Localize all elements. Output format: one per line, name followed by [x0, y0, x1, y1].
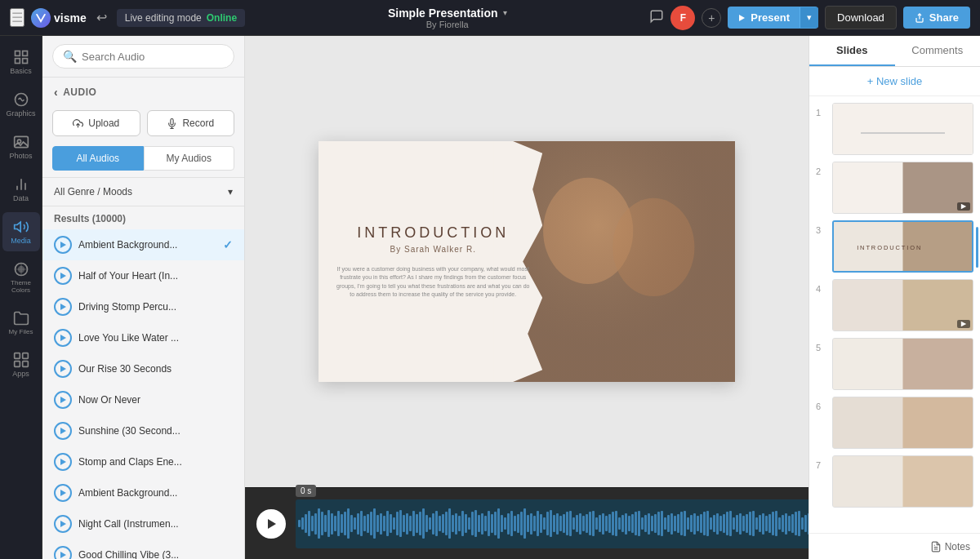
notes-button[interactable]: Notes — [930, 541, 970, 552]
svg-text:INTRODUCTION: INTRODUCTION — [857, 244, 922, 251]
search-input[interactable] — [82, 51, 224, 63]
tab-all-audios[interactable]: All Audios — [52, 146, 144, 171]
avatar-button[interactable]: F — [670, 6, 695, 30]
sidebar-item-media[interactable]: Media — [2, 212, 40, 251]
slide-thumbnail[interactable]: 4 — [816, 279, 973, 331]
share-button[interactable]: Share — [903, 7, 970, 29]
online-status: Online — [207, 12, 237, 24]
play-button[interactable] — [256, 509, 286, 539]
thumb-image — [832, 103, 973, 155]
audio-list-item[interactable]: Now Or Never — [42, 384, 244, 415]
audio-list-item[interactable]: Half of Your Heart (In... — [42, 260, 244, 291]
btn-row: Upload Record — [42, 104, 244, 143]
undo-button[interactable]: ↩ — [93, 7, 110, 29]
sidebar-item-my-files[interactable]: My Files — [2, 304, 40, 342]
audio-item-name: Stomp and Claps Ene... — [78, 456, 233, 468]
slide-body-text: If you were a customer doing business wi… — [318, 265, 548, 299]
waveform-bar — [595, 517, 598, 530]
waveform-bar — [648, 513, 650, 535]
svg-marker-29 — [60, 459, 66, 465]
waveform-bar — [445, 512, 448, 535]
audio-list-item[interactable]: Good Chilling Vibe (3... — [42, 539, 244, 559]
tab-slides[interactable]: Slides — [809, 36, 895, 66]
audio-list-item[interactable]: Ambient Background... — [42, 477, 244, 508]
audio-play-icon — [54, 267, 72, 285]
slide-thumbnail[interactable]: 6 — [816, 397, 973, 449]
svg-marker-0 — [739, 15, 745, 21]
waveform-bar — [517, 514, 519, 533]
svg-rect-3 — [22, 51, 27, 56]
genre-dropdown-icon: ▾ — [228, 186, 233, 197]
upload-button[interactable]: Upload — [52, 110, 140, 136]
sidebar-item-photos[interactable]: Photos — [2, 127, 40, 166]
tab-my-audios[interactable]: My Audios — [144, 146, 235, 171]
back-arrow[interactable]: ‹ — [54, 86, 58, 99]
visme-logo-icon — [31, 8, 51, 28]
sidebar-item-apps[interactable]: Apps — [2, 345, 40, 384]
genre-filter[interactable]: All Genre / Moods ▾ — [42, 178, 244, 206]
audio-panel: 🔍 ‹ AUDIO Upload Record All Audios My Au… — [42, 36, 245, 559]
slide-thumbnail[interactable]: 1 — [816, 103, 973, 155]
waveform-bar — [755, 517, 758, 530]
add-collaborator-button[interactable]: + — [702, 8, 721, 28]
audio-list: Ambient Background... ✓ Half of Your Hea… — [42, 229, 244, 559]
audio-play-icon — [54, 360, 72, 378]
waveform-bar — [327, 510, 330, 537]
slide-thumbnail[interactable]: 7 — [816, 455, 973, 508]
svg-marker-48 — [961, 322, 966, 326]
sidebar-item-theme-colors[interactable]: Theme Colors — [2, 255, 40, 300]
thumb-image — [832, 338, 973, 390]
waveform-bar — [533, 516, 536, 531]
record-button[interactable]: Record — [147, 110, 235, 136]
waveform-bar — [429, 517, 431, 530]
live-mode-badge: Live editing mode Online — [117, 9, 245, 27]
audio-list-item[interactable]: Ambient Background... ✓ — [42, 229, 244, 260]
waveform-bar — [785, 513, 787, 535]
thumb-image — [832, 455, 973, 508]
waveform-bar — [618, 517, 621, 530]
audio-item-name: Our Rise 30 Seconds — [78, 363, 233, 375]
slide-canvas[interactable]: INTRODUCTION By Sarah Walker R. If you w… — [245, 36, 808, 487]
waveform-bar — [641, 517, 644, 530]
present-button[interactable]: Present ▾ — [728, 7, 818, 29]
waveform-bar — [452, 515, 454, 532]
sidebar-basics-label: Basics — [10, 67, 32, 75]
hamburger-menu[interactable]: ☰ — [10, 8, 24, 27]
audio-play-icon — [54, 453, 72, 471]
sidebar-item-basics[interactable]: Basics — [2, 42, 40, 82]
waveform-bar — [716, 513, 719, 535]
waveform-bar — [350, 515, 353, 532]
svg-rect-52 — [903, 397, 973, 448]
svg-marker-24 — [60, 304, 66, 310]
sidebar-item-graphics[interactable]: Graphics — [2, 85, 40, 124]
slide-thumbnail[interactable]: 2 — [816, 162, 973, 214]
new-slide-button[interactable]: + New slide — [809, 67, 980, 96]
comment-button[interactable] — [649, 9, 664, 27]
slide-thumbnail[interactable]: 5 — [816, 338, 973, 390]
waveform-bar — [638, 511, 640, 536]
waveform-bar — [435, 511, 438, 536]
title-dropdown[interactable]: ▾ — [503, 8, 507, 17]
audio-list-item[interactable]: Stomp and Claps Ene... — [42, 446, 244, 477]
slide-thumbnail[interactable]: 3 INTRODUCTION — [816, 220, 973, 273]
waveform-bar — [504, 517, 506, 530]
tab-comments[interactable]: Comments — [895, 36, 981, 66]
waveform-bar — [422, 508, 425, 538]
audio-list-item[interactable]: Our Rise 30 Seconds — [42, 353, 244, 384]
waveform-bar — [739, 513, 742, 535]
waveform-bar — [510, 511, 513, 536]
waveform-container[interactable]: 0 s — [296, 499, 808, 548]
audio-list-item[interactable]: Sunshine (30 Second... — [42, 415, 244, 446]
audio-list-item[interactable]: Love You Like Water ... — [42, 322, 244, 353]
audio-list-item[interactable]: Night Call (Instrumen... — [42, 508, 244, 539]
panel-header: ‹ AUDIO — [42, 78, 244, 104]
audio-list-item[interactable]: Driving Stomp Percu... — [42, 291, 244, 322]
download-button[interactable]: Download — [825, 6, 897, 29]
sidebar-graphics-label: Graphics — [7, 109, 36, 118]
sidebar-item-data[interactable]: Data — [2, 170, 40, 209]
present-dropdown-arrow[interactable]: ▾ — [800, 7, 818, 28]
presentation-title: Simple Presentation — [388, 7, 498, 20]
waveform-bar — [631, 514, 634, 533]
waveform-bar — [412, 511, 415, 536]
waveform-bar — [592, 511, 595, 536]
